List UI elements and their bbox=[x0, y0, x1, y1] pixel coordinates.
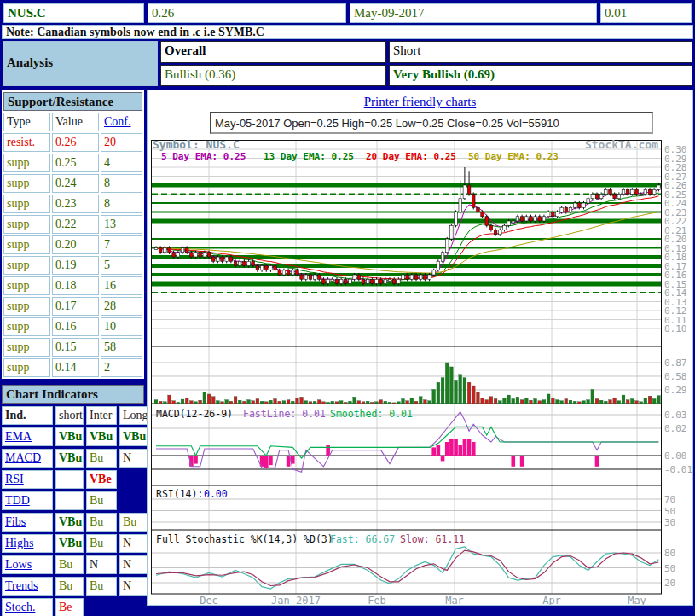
sr-value: 0.26 bbox=[52, 133, 99, 152]
indicator-signal: VBu bbox=[55, 449, 84, 468]
sr-value: 0.23 bbox=[52, 195, 99, 213]
support-resistance-title: Support/Resistance bbox=[3, 92, 142, 111]
stock-chart: Symbol: NUS.CStockTA.com5 Day EMA: 0.251… bbox=[149, 136, 692, 605]
indicator-link-fibs[interactable]: Fibs bbox=[2, 513, 53, 532]
svg-text:50 Day EMA: 0.23: 50 Day EMA: 0.23 bbox=[468, 151, 559, 162]
sr-conf: 28 bbox=[101, 297, 142, 316]
indicator-link-lows[interactable]: Lows bbox=[2, 555, 53, 574]
svg-text:0.02: 0.02 bbox=[664, 423, 687, 434]
indicator-link[interactable]: Trends bbox=[5, 579, 38, 592]
svg-text:0.00: 0.00 bbox=[664, 450, 687, 462]
indicator-link[interactable]: Lows bbox=[5, 558, 32, 571]
svg-text:50: 50 bbox=[664, 506, 675, 517]
indicator-link[interactable]: EMA bbox=[5, 430, 32, 443]
indicator-link[interactable]: Stoch. bbox=[5, 601, 35, 613]
indicator-signal: Bu bbox=[86, 513, 117, 532]
sr-type: supp bbox=[3, 317, 50, 336]
conf-link[interactable]: Conf. bbox=[104, 115, 131, 128]
indicator-signal: VBu bbox=[55, 427, 84, 446]
sr-conf: 5 bbox=[101, 256, 142, 275]
svg-text:Mar: Mar bbox=[445, 595, 464, 605]
sr-conf: 13 bbox=[101, 215, 142, 234]
price-field[interactable]: 0.26 bbox=[148, 3, 346, 23]
sr-value: 0.17 bbox=[52, 297, 99, 316]
sr-type: supp bbox=[3, 297, 50, 316]
svg-text:MACD(12-26-9): MACD(12-26-9) bbox=[156, 408, 233, 420]
sr-conf: 8 bbox=[101, 174, 142, 193]
printer-friendly-charts-link[interactable]: Printer friendly charts bbox=[364, 95, 477, 108]
sr-value: 0.15 bbox=[52, 338, 99, 357]
chart-indicators-title: Chart Indicators bbox=[2, 385, 144, 404]
indicator-link-highs[interactable]: Highs bbox=[2, 534, 53, 553]
sr-value: 0.25 bbox=[52, 154, 99, 172]
svg-text:5 Day EMA: 0.25: 5 Day EMA: 0.25 bbox=[161, 151, 246, 162]
date-field[interactable]: May-09-2017 bbox=[350, 3, 597, 23]
sr-value: 0.19 bbox=[52, 256, 99, 275]
sr-value: 0.14 bbox=[52, 358, 99, 377]
sr-header-type: Type bbox=[3, 113, 50, 131]
sr-conf: 7 bbox=[101, 235, 142, 254]
chart-indicators-panel: Chart Indicators Ind.shortInterLongEMAVB… bbox=[2, 385, 144, 616]
sr-type: supp bbox=[3, 174, 50, 193]
svg-text:0.00: 0.00 bbox=[204, 488, 228, 500]
svg-text:-0.01: -0.01 bbox=[664, 464, 692, 475]
indicator-signal bbox=[55, 491, 84, 510]
indicator-signal: N bbox=[86, 555, 117, 574]
indicator-signal: Bu bbox=[86, 577, 117, 596]
indicator-empty bbox=[86, 598, 117, 616]
svg-text:Fast: 66.67: Fast: 66.67 bbox=[330, 533, 395, 545]
sr-value: 0.20 bbox=[52, 235, 99, 254]
svg-text:0.03: 0.03 bbox=[664, 410, 687, 421]
indicator-link[interactable]: TDD bbox=[5, 494, 30, 507]
svg-text:20 Day EMA: 0.25: 20 Day EMA: 0.25 bbox=[366, 151, 456, 162]
svg-text:0.87 M: 0.87 M bbox=[664, 357, 692, 369]
indicator-link[interactable]: Highs bbox=[5, 537, 33, 549]
sr-value: 0.16 bbox=[52, 317, 99, 336]
indicator-signal: VBu bbox=[55, 534, 84, 553]
chart-section: Printer friendly charts Symbol: NUS.CSto… bbox=[147, 90, 693, 606]
sr-type: supp bbox=[3, 338, 50, 357]
sr-value: 0.18 bbox=[52, 276, 99, 295]
indicator-signal: VBu bbox=[86, 427, 117, 446]
svg-text:StockTA.com: StockTA.com bbox=[585, 138, 658, 151]
sr-conf: 58 bbox=[101, 338, 142, 357]
svg-text:13 Day EMA: 0.25: 13 Day EMA: 0.25 bbox=[264, 151, 354, 162]
svg-text:Feb: Feb bbox=[368, 595, 386, 605]
indicator-link-stoch[interactable]: Stoch. bbox=[2, 598, 53, 616]
indicator-link-trends[interactable]: Trends bbox=[2, 577, 53, 596]
chart-indicators-table: Ind.shortInterLongEMAVBuVBuVBuMACDVBuBuN… bbox=[2, 406, 144, 616]
sr-header-conf[interactable]: Conf. bbox=[101, 113, 142, 131]
svg-text:30: 30 bbox=[664, 517, 675, 528]
sr-conf: 16 bbox=[101, 276, 142, 295]
indicator-link-tdd[interactable]: TDD bbox=[2, 491, 53, 510]
indicator-signal: Bu bbox=[86, 449, 117, 468]
svg-text:Apr: Apr bbox=[542, 595, 561, 605]
indicator-link-macd[interactable]: MACD bbox=[2, 449, 53, 468]
svg-text:70: 70 bbox=[664, 494, 675, 505]
sr-type: supp bbox=[3, 358, 50, 377]
canadian-symbols-note: Note: Canadian symbols now end in .c i.e… bbox=[2, 25, 693, 39]
indicator-link[interactable]: Fibs bbox=[5, 515, 26, 528]
sr-type: resist. bbox=[3, 133, 50, 152]
sr-conf: 8 bbox=[101, 195, 142, 213]
ohlc-readout-input[interactable] bbox=[210, 112, 653, 134]
sr-value: 0.24 bbox=[52, 174, 99, 193]
sr-conf: 10 bbox=[101, 317, 142, 336]
indicator-link-ema[interactable]: EMA bbox=[2, 427, 53, 446]
svg-text:Symbol: NUS.C: Symbol: NUS.C bbox=[153, 138, 240, 151]
sr-type: supp bbox=[3, 256, 50, 275]
change-field[interactable]: 0.01 bbox=[600, 3, 692, 23]
indicator-signal: VBu bbox=[55, 513, 84, 532]
indicator-link[interactable]: RSI bbox=[5, 473, 24, 485]
symbol-field[interactable]: NUS.C bbox=[3, 3, 144, 23]
printer-friendly-charts-row: Printer friendly charts bbox=[148, 95, 692, 109]
indicator-signal: Be bbox=[55, 598, 84, 616]
analysis-overall-value: Bullish (0.36) bbox=[160, 65, 386, 86]
analysis-label: Analysis bbox=[3, 41, 158, 86]
svg-text:0.29 M: 0.29 M bbox=[664, 385, 692, 396]
indicator-link[interactable]: MACD bbox=[5, 451, 41, 464]
svg-text:Jan 2017: Jan 2017 bbox=[271, 595, 321, 605]
svg-text:May: May bbox=[628, 595, 646, 605]
sr-type: supp bbox=[3, 195, 50, 213]
indicator-link-rsi[interactable]: RSI bbox=[2, 470, 53, 489]
